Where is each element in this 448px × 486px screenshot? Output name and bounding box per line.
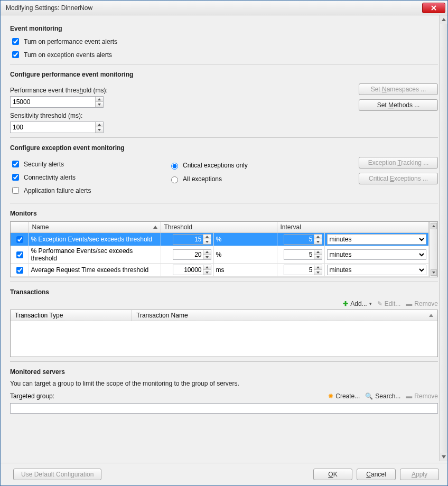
spin-up-icon[interactable] bbox=[203, 265, 211, 270]
row-checkbox[interactable] bbox=[16, 267, 23, 274]
interval-input[interactable] bbox=[284, 250, 314, 259]
spin-down-icon[interactable] bbox=[203, 239, 211, 244]
interval-unit-select[interactable]: minutes bbox=[327, 249, 427, 260]
spin-up-icon[interactable] bbox=[203, 250, 211, 255]
threshold-unit: % bbox=[213, 246, 277, 264]
exc-alerts-checkbox-row[interactable]: Turn on exception events alerts bbox=[10, 50, 438, 60]
table-row[interactable]: Average Request Time exceeds thresholdms… bbox=[11, 264, 429, 277]
spin-down-icon[interactable] bbox=[96, 102, 103, 107]
spin-down-icon[interactable] bbox=[314, 239, 322, 244]
perf-alerts-checkbox[interactable] bbox=[12, 38, 19, 45]
transactions-add-button[interactable]: ✚ Add... ▾ bbox=[343, 300, 371, 307]
col-threshold[interactable]: Threshold bbox=[161, 222, 277, 233]
targeted-group-label: Targeted group: bbox=[10, 392, 73, 400]
col-transaction-name[interactable]: Transaction Name bbox=[132, 310, 437, 321]
table-row[interactable]: % Performance Events/sec exceeds thresho… bbox=[11, 246, 429, 264]
col-transaction-type[interactable]: Transaction Type bbox=[11, 310, 132, 321]
critical-exceptions-radio[interactable] bbox=[171, 163, 178, 170]
dialog-footer: Use Default Configuration OK Cancel Appl… bbox=[1, 463, 447, 485]
threshold-input[interactable] bbox=[173, 250, 203, 259]
critical-exceptions-button[interactable]: Critical Exceptions ... bbox=[359, 173, 438, 184]
spin-down-icon[interactable] bbox=[203, 255, 211, 259]
col-name[interactable]: Name bbox=[29, 222, 161, 233]
row-checkbox[interactable] bbox=[16, 236, 23, 243]
scroll-up-icon[interactable] bbox=[431, 223, 437, 229]
apply-button[interactable]: Apply bbox=[400, 469, 439, 480]
threshold-input[interactable] bbox=[173, 235, 203, 244]
settings-window: Modifying Settings: DinnerNow Event moni… bbox=[0, 0, 448, 486]
spin-up-icon[interactable] bbox=[96, 122, 103, 127]
table-row[interactable]: % Exception Events/sec exceeds threshold… bbox=[11, 233, 429, 246]
set-methods-button[interactable]: Set Methods ... bbox=[359, 99, 438, 111]
appfail-alerts-row[interactable]: Application failure alerts bbox=[10, 185, 169, 195]
exception-tracking-button[interactable]: Exception Tracking ... bbox=[359, 157, 438, 169]
perf-alerts-checkbox-row[interactable]: Turn on performance event alerts bbox=[10, 36, 438, 46]
transactions-edit-button[interactable]: ✎ Edit... bbox=[377, 300, 401, 307]
interval-unit-select[interactable]: minutes bbox=[327, 265, 427, 275]
threshold-spinner[interactable] bbox=[173, 265, 211, 275]
col-interval[interactable]: Interval bbox=[277, 222, 429, 233]
interval-unit-select[interactable]: minutes bbox=[327, 234, 427, 245]
spin-up-icon[interactable] bbox=[314, 265, 322, 270]
all-exceptions-radio[interactable] bbox=[171, 176, 178, 183]
connectivity-alerts-checkbox[interactable] bbox=[12, 174, 19, 181]
spin-down-icon[interactable] bbox=[96, 127, 103, 133]
connectivity-alerts-label: Connectivity alerts bbox=[24, 174, 76, 181]
spin-up-icon[interactable] bbox=[314, 250, 322, 255]
monitors-table: Name Threshold Interval % Exception Even… bbox=[11, 222, 429, 277]
all-exceptions-radio-row[interactable]: All exceptions bbox=[169, 175, 311, 183]
scroll-down-icon[interactable] bbox=[440, 453, 447, 461]
servers-remove-label: Remove bbox=[414, 392, 438, 400]
sensitivity-input[interactable] bbox=[11, 122, 95, 133]
perf-threshold-spinner[interactable] bbox=[10, 96, 104, 108]
ok-button[interactable]: OK bbox=[313, 469, 352, 480]
spin-down-icon[interactable] bbox=[314, 270, 322, 275]
interval-input[interactable] bbox=[284, 265, 314, 275]
transactions-remove-button[interactable]: ▬ Remove bbox=[406, 300, 438, 307]
servers-remove-button[interactable]: ▬ Remove bbox=[406, 392, 438, 400]
interval-spinner[interactable] bbox=[284, 249, 322, 260]
scroll-up-icon[interactable] bbox=[440, 15, 447, 24]
interval-spinner[interactable] bbox=[284, 234, 322, 245]
perf-threshold-input[interactable] bbox=[11, 97, 95, 107]
threshold-spinner[interactable] bbox=[173, 249, 211, 260]
search-icon: 🔍 bbox=[365, 392, 373, 400]
monitored-servers-description: You can target a group to limit the scop… bbox=[10, 380, 438, 387]
spin-up-icon[interactable] bbox=[203, 235, 211, 239]
interval-input[interactable] bbox=[284, 235, 314, 244]
event-monitoring-heading: Event monitoring bbox=[10, 25, 438, 32]
client-area: Event monitoring Turn on performance eve… bbox=[1, 15, 447, 463]
threshold-spinner[interactable] bbox=[173, 234, 211, 245]
cancel-button[interactable]: Cancel bbox=[357, 469, 396, 480]
appfail-alerts-checkbox[interactable] bbox=[12, 187, 19, 194]
servers-search-button[interactable]: 🔍 Search... bbox=[365, 392, 400, 400]
servers-search-label: Search... bbox=[375, 392, 400, 400]
targeted-group-input[interactable] bbox=[10, 403, 438, 414]
spin-up-icon[interactable] bbox=[96, 97, 103, 102]
window-scrollbar[interactable] bbox=[439, 15, 447, 461]
spin-down-icon[interactable] bbox=[203, 270, 211, 275]
transactions-edit-label: Edit... bbox=[385, 300, 401, 307]
connectivity-alerts-row[interactable]: Connectivity alerts bbox=[10, 172, 169, 182]
scroll-down-icon[interactable] bbox=[431, 269, 437, 276]
interval-spinner[interactable] bbox=[284, 265, 322, 275]
set-namespaces-button[interactable]: Set Namespaces ... bbox=[359, 83, 438, 95]
exc-alerts-checkbox[interactable] bbox=[12, 51, 19, 58]
use-default-config-button[interactable]: Use Default Configuration bbox=[13, 469, 101, 480]
threshold-input[interactable] bbox=[173, 265, 203, 275]
critical-exceptions-radio-row[interactable]: Critical exceptions only bbox=[169, 161, 311, 170]
close-button[interactable] bbox=[422, 3, 445, 13]
critical-exceptions-label: Critical exceptions only bbox=[183, 162, 248, 169]
servers-create-button[interactable]: ✺ Create... bbox=[328, 392, 360, 400]
spin-up-icon[interactable] bbox=[314, 235, 322, 239]
spin-down-icon[interactable] bbox=[314, 255, 322, 259]
security-alerts-checkbox[interactable] bbox=[12, 161, 19, 167]
grid-scrollbar[interactable] bbox=[429, 222, 437, 277]
row-checkbox[interactable] bbox=[16, 251, 23, 258]
security-alerts-row[interactable]: Security alerts bbox=[10, 159, 169, 169]
spinner-buttons[interactable] bbox=[95, 97, 103, 107]
sensitivity-spinner[interactable] bbox=[10, 121, 104, 133]
divider bbox=[10, 203, 438, 203]
col-check[interactable] bbox=[11, 222, 29, 233]
spinner-buttons[interactable] bbox=[95, 122, 103, 133]
